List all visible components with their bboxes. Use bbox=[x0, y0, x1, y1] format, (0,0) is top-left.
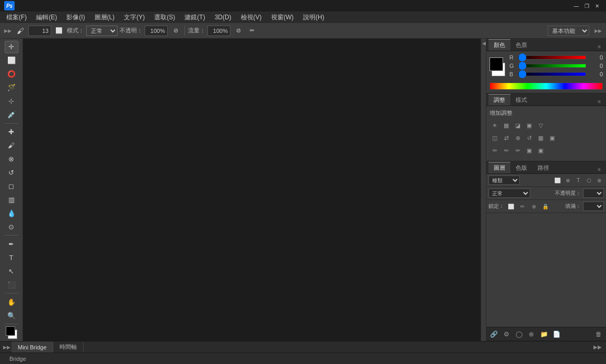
eraser-tool[interactable]: ◻ bbox=[5, 180, 18, 193]
tab-layers[interactable]: 圖層 bbox=[488, 162, 510, 173]
spot-heal-tool[interactable]: ✚ bbox=[5, 126, 18, 138]
shape-tool[interactable]: ⬛ bbox=[5, 278, 18, 291]
fg-bg-swatches[interactable] bbox=[490, 57, 505, 76]
pen-tool[interactable]: ✒ bbox=[5, 238, 18, 250]
adjustments-panel-menu-icon[interactable]: ≡ bbox=[596, 98, 603, 105]
path-select-tool[interactable]: ↖ bbox=[5, 265, 18, 277]
brush-preset-btn[interactable]: 🖌 bbox=[15, 25, 26, 37]
menu-image[interactable]: 影像(I) bbox=[62, 11, 89, 23]
adj-selectivecolor-btn[interactable]: ▣ bbox=[535, 145, 546, 156]
eyedropper-tool[interactable]: 💉 bbox=[5, 109, 18, 121]
blend-mode-select[interactable]: 正常 bbox=[488, 189, 530, 198]
adj-vibrance-btn[interactable]: ▽ bbox=[535, 120, 546, 131]
tab-color[interactable]: 顏色 bbox=[488, 39, 510, 51]
dodge-tool[interactable]: ⊙ bbox=[5, 221, 18, 233]
adj-photofilter-btn[interactable]: ↺ bbox=[524, 133, 534, 143]
adj-posterize-btn[interactable]: ✏ bbox=[501, 145, 511, 156]
menu-view[interactable]: 檢視(V) bbox=[237, 11, 266, 23]
flow-input[interactable] bbox=[207, 26, 230, 36]
move-tool[interactable]: ✛ bbox=[5, 41, 18, 53]
menu-filter[interactable]: 濾鏡(T) bbox=[180, 11, 209, 23]
adj-threshold-btn[interactable]: ✏ bbox=[512, 145, 523, 156]
brush-hardness-btn[interactable]: ⬜ bbox=[53, 25, 65, 37]
menu-3d[interactable]: 3D(D) bbox=[211, 11, 236, 23]
adj-bw-btn[interactable]: ⊗ bbox=[512, 133, 523, 143]
layer-fill-select[interactable] bbox=[583, 202, 604, 211]
type-tool[interactable]: T bbox=[5, 251, 18, 264]
hand-tool[interactable]: ✋ bbox=[5, 296, 18, 308]
quick-select-tool[interactable]: 🪄 bbox=[5, 81, 18, 94]
tab-paths[interactable]: 路徑 bbox=[532, 162, 554, 173]
opacity-input[interactable] bbox=[145, 26, 168, 36]
toolbar-collapse-left[interactable]: ▶▶ bbox=[3, 27, 13, 34]
brush-tool[interactable]: 🖌 bbox=[5, 139, 18, 152]
panel-collapse-strip[interactable]: ◀ bbox=[481, 39, 486, 341]
layer-filter-smart-btn[interactable]: ⊗ bbox=[595, 175, 604, 185]
toolbar-collapse-right[interactable]: ▶▶ bbox=[593, 27, 603, 34]
lasso-tool[interactable]: ⭕ bbox=[5, 68, 18, 80]
color-spectrum[interactable] bbox=[490, 83, 603, 90]
adj-hue-btn[interactable]: ◫ bbox=[490, 133, 500, 143]
menu-help[interactable]: 說明(H) bbox=[299, 11, 329, 23]
lock-all-btn[interactable]: 🔒 bbox=[541, 202, 550, 211]
large-fg-swatch[interactable] bbox=[490, 57, 503, 71]
fg-color-swatch[interactable] bbox=[6, 326, 15, 336]
tab-styles[interactable]: 樣式 bbox=[510, 94, 532, 105]
delete-layer-btn[interactable]: 🗑 bbox=[593, 329, 604, 339]
color-swatches[interactable] bbox=[4, 326, 19, 339]
add-mask-btn[interactable]: ◯ bbox=[514, 329, 524, 339]
gradient-tool[interactable]: ▥ bbox=[5, 194, 18, 206]
color-panel-menu-icon[interactable]: ≡ bbox=[596, 43, 603, 51]
brush-size-input[interactable]: 13 bbox=[28, 26, 51, 36]
bottom-tabs-collapse-right[interactable]: ▶▶ bbox=[591, 343, 604, 351]
adj-channelmix-btn[interactable]: ▦ bbox=[535, 133, 546, 143]
layer-filter-adj-btn[interactable]: ⊕ bbox=[563, 175, 573, 185]
b-slider[interactable] bbox=[518, 72, 586, 76]
stamp-tool[interactable]: ⊗ bbox=[5, 153, 18, 166]
adj-levels-btn[interactable]: ▦ bbox=[501, 120, 511, 131]
menu-layer[interactable]: 圖層(L) bbox=[90, 11, 119, 23]
layer-filter-type-btn[interactable]: T bbox=[574, 175, 583, 185]
marquee-tool[interactable]: ⬜ bbox=[5, 54, 18, 67]
tab-adjustments[interactable]: 調整 bbox=[488, 94, 510, 105]
minimize-button[interactable]: — bbox=[572, 1, 581, 10]
layers-panel-menu-icon[interactable]: ≡ bbox=[596, 166, 603, 173]
restore-button[interactable]: ❐ bbox=[582, 1, 591, 10]
menu-type[interactable]: 文字(Y) bbox=[120, 11, 149, 23]
flow-options-btn[interactable]: ⊘ bbox=[232, 25, 244, 37]
crop-tool[interactable]: ⊹ bbox=[5, 95, 18, 108]
adj-exposure-btn[interactable]: ▣ bbox=[524, 120, 534, 131]
adj-brightness-btn[interactable]: ☀ bbox=[490, 120, 500, 131]
airbrush-btn[interactable]: ✏ bbox=[246, 25, 258, 37]
r-slider[interactable] bbox=[518, 55, 586, 60]
mode-select[interactable]: 正常 溶解 變暗 bbox=[86, 26, 118, 36]
link-layers-btn[interactable]: 🔗 bbox=[488, 329, 499, 339]
new-group-btn[interactable]: 📁 bbox=[539, 329, 549, 339]
adj-colorlookup-btn[interactable]: ▣ bbox=[547, 133, 557, 143]
g-slider[interactable] bbox=[518, 64, 586, 68]
adj-curves-btn[interactable]: ◪ bbox=[512, 120, 523, 131]
lock-position-btn[interactable]: ✏ bbox=[518, 202, 527, 211]
tab-timeline[interactable]: 時間軸 bbox=[53, 342, 84, 353]
adj-invert-btn[interactable]: ✏ bbox=[490, 145, 500, 156]
layer-filter-shape-btn[interactable]: ⬡ bbox=[584, 175, 593, 185]
menu-window[interactable]: 視窗(W) bbox=[267, 11, 298, 23]
history-brush-tool[interactable]: ↺ bbox=[5, 167, 18, 179]
bottom-tabs-collapse-left[interactable]: ▶▶ bbox=[2, 344, 11, 351]
menu-edit[interactable]: 編輯(E) bbox=[32, 11, 61, 23]
new-layer-btn[interactable]: 📄 bbox=[551, 329, 562, 339]
blur-tool[interactable]: 💧 bbox=[5, 207, 18, 220]
bridge-link[interactable]: Bridge bbox=[4, 353, 31, 365]
menu-file[interactable]: 檔案(F) bbox=[2, 11, 31, 23]
opacity-options-btn[interactable]: ⊘ bbox=[170, 25, 181, 37]
layers-filter-select[interactable]: 種類 bbox=[488, 175, 520, 185]
new-adjustment-btn[interactable]: ⊕ bbox=[526, 329, 537, 339]
lock-pixels-btn[interactable]: ⬜ bbox=[506, 202, 516, 211]
lock-artboard-btn[interactable]: ⊕ bbox=[529, 202, 539, 211]
layer-filter-pixel-btn[interactable]: ⬜ bbox=[553, 175, 562, 185]
layer-opacity-select[interactable] bbox=[583, 189, 604, 198]
tab-mini-bridge[interactable]: Mini Bridge bbox=[11, 342, 53, 353]
close-button[interactable]: ✕ bbox=[592, 1, 602, 10]
workspace-select[interactable]: 基本功能 設計 繪畫 攝影 bbox=[547, 26, 589, 36]
menu-select[interactable]: 選取(S) bbox=[150, 11, 179, 23]
